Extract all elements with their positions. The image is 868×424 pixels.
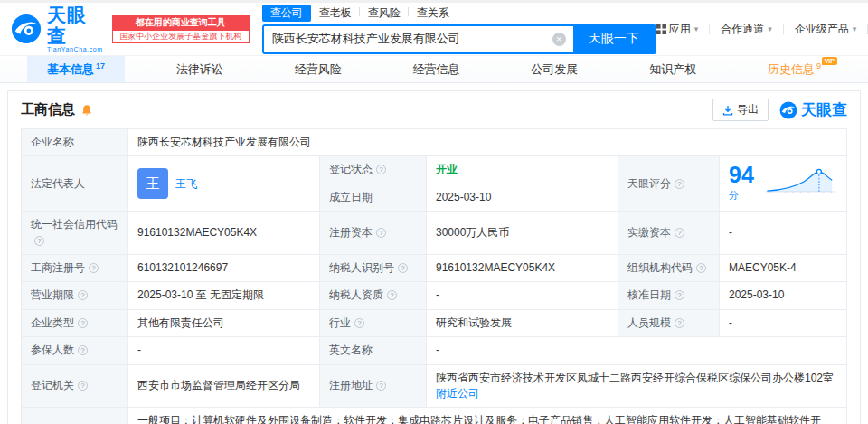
table-row: 企业名称 陕西长安芯材科技产业发展有限公司 (22, 129, 847, 156)
tab-legal-proceedings[interactable]: 法律诉讼 (156, 56, 243, 82)
field-value-registered-capital: 30000万人民币 (427, 212, 618, 255)
nav-cooperation[interactable]: 合作通道 (721, 22, 772, 37)
help-icon[interactable] (675, 290, 684, 300)
field-value-approval-date: 2025-03-10 (720, 282, 847, 309)
legal-rep-name-link[interactable]: 王飞 (175, 176, 197, 192)
tab-history-info[interactable]: 历史信息 9 VIP (748, 56, 841, 82)
help-icon[interactable] (78, 345, 88, 355)
tianyancha-logo[interactable]: 天眼查 TianYanCha.com (11, 5, 103, 52)
field-value-tianyan-score: 94分 (720, 156, 847, 212)
tab-company-development-label: 公司发展 (531, 61, 578, 78)
nearby-companies-link[interactable]: 附近公司 (436, 387, 479, 400)
tab-intellectual-property[interactable]: 知识产权 (629, 56, 716, 82)
tab-basic-info-count: 17 (96, 61, 105, 71)
value-text: 研究和试验发展 (436, 316, 512, 329)
section-title: 工商信息 (21, 101, 75, 118)
field-label-establish-date: 成立日期 (320, 184, 427, 211)
brand-watermark-icon (779, 101, 797, 119)
field-label-business-scope: 经营范围 (22, 408, 128, 424)
label-text: 参保人数 (31, 344, 74, 356)
help-icon[interactable] (387, 290, 397, 300)
help-icon[interactable] (78, 381, 88, 391)
label-text: 统一社会信用代码 (31, 218, 118, 231)
value-text: - (729, 226, 732, 239)
table-row: 营业期限 2025-03-10 至 无固定期限 纳税人资质 - 核准日期 202… (22, 282, 847, 309)
help-icon[interactable] (675, 228, 684, 238)
tab-operational-risk[interactable]: 经营风险 (275, 56, 362, 82)
label-text: 组织机构代码 (627, 261, 693, 274)
field-label-business-term: 营业期限 (22, 282, 128, 309)
score-unit: 分 (729, 190, 739, 201)
export-button-label: 导出 (737, 102, 759, 118)
export-button[interactable]: 导出 (712, 99, 769, 121)
search-box: 天眼一下 (262, 24, 656, 54)
tab-business-info-label: 经营信息 (413, 61, 460, 78)
label-text: 企业名称 (31, 136, 74, 148)
help-icon[interactable] (675, 318, 684, 328)
label-text: 企业类型 (31, 316, 74, 329)
nav-cooperation-label: 合作通道 (721, 22, 764, 37)
label-text: 法定代表人 (31, 177, 85, 190)
label-text: 核准日期 (627, 288, 671, 301)
brand-watermark-text: 天眼查 (801, 99, 847, 120)
search-tab-risk[interactable]: 查风险 (360, 5, 409, 22)
field-value-company-type: 其他有限责任公司 (128, 309, 320, 336)
value-text: 2025-03-10 (729, 288, 784, 301)
field-label-paid-in-capital: 实缴资本 (618, 212, 720, 255)
score-number: 94 (729, 162, 754, 187)
field-label-registered-capital: 注册资本 (320, 212, 427, 255)
search-tab-company[interactable]: 查公司 (262, 5, 311, 22)
value-text: 其他有限责任公司 (137, 316, 224, 329)
nav-apps-label: 应用 (669, 22, 691, 37)
help-icon[interactable] (34, 236, 44, 246)
field-value-insured-count: - (128, 337, 320, 364)
tab-company-development[interactable]: 公司发展 (511, 56, 598, 82)
tab-legal-proceedings-label: 法律诉讼 (176, 61, 223, 78)
field-label-credit-code: 统一社会信用代码 (22, 212, 128, 255)
tab-basic-info-label: 基本信息 (47, 61, 94, 78)
field-value-registration-status: 开业 (427, 156, 618, 184)
score-distribution-chart (764, 164, 837, 200)
help-icon[interactable] (354, 318, 364, 328)
tab-business-info[interactable]: 经营信息 (393, 56, 480, 82)
search-tab-relation[interactable]: 查关系 (409, 5, 458, 22)
search-tab-boss[interactable]: 查老板 (311, 5, 360, 22)
label-text: 纳税人识别号 (329, 261, 394, 274)
help-icon[interactable] (376, 381, 386, 391)
value-text: - (436, 344, 439, 356)
field-value-business-scope: 一般项目：计算机软硬件及外围设备制造；软件开发；集成电路芯片设计及服务；电子产品… (128, 408, 847, 424)
tianyancha-logo-icon (11, 14, 42, 44)
help-icon[interactable] (376, 165, 386, 174)
vip-tag: VIP (822, 57, 837, 65)
field-label-taxpayer-qualification: 纳税人资质 (320, 282, 427, 309)
value-text: 2025-03-10 (436, 191, 491, 203)
field-label-legal-representative: 法定代表人 (22, 156, 128, 212)
search-button[interactable]: 天眼一下 (573, 26, 655, 52)
help-icon[interactable] (89, 263, 99, 273)
nav-divider (709, 24, 710, 34)
field-value-paid-in-capital: - (720, 212, 847, 255)
nav-enterprise-products[interactable]: 企业级产品 (795, 22, 857, 37)
help-icon[interactable] (78, 318, 88, 328)
legal-rep-avatar[interactable]: 王 (137, 168, 168, 199)
notification-bell-icon[interactable] (80, 104, 93, 117)
field-value-legal-representative: 王 王飞 (128, 156, 320, 212)
help-icon[interactable] (78, 290, 88, 300)
field-value-industry: 研究和试验发展 (427, 309, 618, 336)
tab-basic-info[interactable]: 基本信息 17 (27, 56, 125, 82)
field-label-english-name: 英文名称 (320, 337, 427, 364)
clear-search-icon[interactable] (552, 33, 566, 46)
help-icon[interactable] (398, 263, 408, 273)
field-value-credit-code: 91610132MAECY05K4X (128, 212, 320, 255)
search-input[interactable] (264, 33, 552, 46)
field-label-registration-number: 工商注册号 (22, 254, 128, 281)
value-text: 30000万人民币 (436, 226, 509, 239)
field-value-registration-authority: 西安市市场监督管理局经开区分局 (128, 364, 320, 408)
status-badge: 开业 (436, 163, 458, 175)
nav-apps[interactable]: 应用 (656, 22, 699, 37)
help-icon[interactable] (696, 263, 706, 273)
help-icon[interactable] (376, 228, 386, 238)
promo-badge-line2: 国家中小企业发展子基金旗下机构 (112, 30, 250, 43)
tab-intellectual-property-label: 知识产权 (649, 61, 696, 78)
help-icon[interactable] (675, 179, 684, 189)
